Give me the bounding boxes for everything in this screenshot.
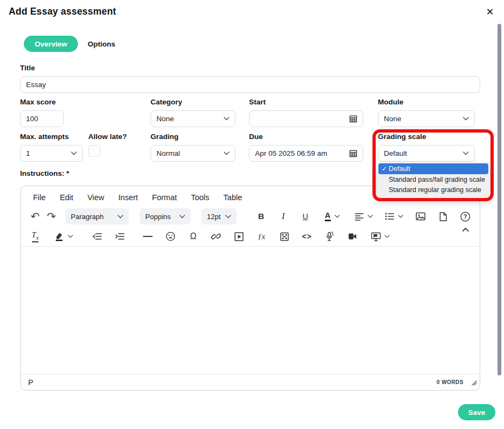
redo-icon[interactable]: ↷ bbox=[43, 208, 60, 225]
start-datetime-input[interactable] bbox=[249, 110, 363, 127]
modal-title: Add Essay assessment bbox=[9, 6, 116, 17]
grading-select[interactable]: Normal bbox=[150, 145, 235, 162]
title-label: Title bbox=[20, 64, 480, 73]
field-grading: Grading Normal bbox=[150, 133, 235, 162]
chevron-down-icon bbox=[179, 215, 185, 219]
help-icon[interactable]: ? bbox=[457, 208, 473, 225]
link-icon[interactable] bbox=[208, 228, 224, 245]
horizontal-rule-icon[interactable] bbox=[140, 228, 156, 245]
formula-icon[interactable]: ƒx bbox=[253, 228, 270, 245]
font-family-value: Poppins bbox=[145, 213, 171, 221]
module-select[interactable]: None bbox=[378, 110, 475, 127]
bold-icon[interactable]: B bbox=[253, 208, 269, 225]
menu-file[interactable]: File bbox=[26, 190, 53, 204]
menu-insert[interactable]: Insert bbox=[112, 190, 145, 204]
tab-bar: Overview Options bbox=[24, 36, 115, 52]
tab-overview[interactable]: Overview bbox=[24, 36, 78, 52]
close-icon[interactable]: ✕ bbox=[483, 5, 496, 18]
instructions-editor: File Edit View Insert Format Tools Table… bbox=[20, 186, 480, 391]
dropdown-option-passfail[interactable]: Standard pass/fail grading scale bbox=[377, 174, 490, 184]
menu-table[interactable]: Table bbox=[217, 190, 250, 204]
font-size-value: 12pt bbox=[207, 213, 220, 221]
chevron-down-icon bbox=[71, 151, 77, 155]
microphone-icon[interactable] bbox=[322, 228, 338, 245]
title-input[interactable] bbox=[20, 76, 480, 93]
source-code-icon[interactable]: <> bbox=[299, 228, 315, 245]
document-icon[interactable] bbox=[435, 208, 451, 225]
due-label: Due bbox=[249, 133, 363, 142]
dropdown-option-regular[interactable]: Standard regular grading scale bbox=[377, 184, 490, 195]
field-grading-scale: Grading scale Default bbox=[378, 133, 475, 162]
max-attempts-label: Max. attempts bbox=[20, 133, 83, 142]
paragraph-style-value: Paragraph bbox=[71, 213, 104, 221]
field-module: Module None bbox=[378, 98, 475, 127]
italic-icon[interactable]: I bbox=[275, 208, 291, 225]
category-label: Category bbox=[150, 98, 235, 107]
field-due: Due Apr 05 2025 06:59 am bbox=[249, 133, 363, 162]
grading-scale-select[interactable]: Default bbox=[378, 145, 475, 162]
emoji-icon[interactable] bbox=[162, 228, 179, 245]
field-start: Start bbox=[249, 98, 363, 127]
forecolor-glyph: A bbox=[325, 212, 330, 222]
highlight-color-icon[interactable] bbox=[50, 228, 77, 245]
word-count[interactable]: 0 WORDS bbox=[437, 379, 463, 385]
category-value: None bbox=[156, 115, 174, 123]
field-allow-late: Allow late? bbox=[88, 133, 138, 157]
menu-format[interactable]: Format bbox=[145, 190, 184, 204]
dropdown-option-default[interactable]: ✓ Default bbox=[378, 163, 488, 174]
check-icon: ✓ bbox=[382, 165, 387, 173]
allow-late-checkbox[interactable] bbox=[88, 145, 100, 157]
chevron-down-icon bbox=[368, 215, 373, 218]
calendar-icon[interactable] bbox=[349, 115, 357, 123]
remove-format-icon[interactable]: Tx bbox=[27, 228, 43, 245]
font-size-select[interactable]: 12pt bbox=[201, 208, 236, 225]
indent-icon[interactable] bbox=[112, 228, 128, 245]
vertical-scrollbar[interactable] bbox=[498, 24, 501, 375]
outdent-icon[interactable] bbox=[89, 228, 105, 245]
due-datetime-input[interactable]: Apr 05 2025 06:59 am bbox=[249, 145, 363, 162]
max-attempts-select[interactable]: 1 bbox=[20, 145, 83, 162]
italic-glyph: I bbox=[282, 212, 284, 221]
chevron-down-icon bbox=[224, 151, 230, 155]
menu-edit[interactable]: Edit bbox=[53, 190, 80, 204]
template-grid-icon[interactable] bbox=[276, 228, 292, 245]
paragraph-style-select[interactable]: Paragraph bbox=[66, 208, 129, 225]
max-score-input[interactable] bbox=[20, 110, 64, 127]
toolbar-collapse-chevron-icon[interactable] bbox=[462, 224, 469, 234]
grading-scale-value: Default bbox=[384, 149, 407, 157]
max-attempts-value: 1 bbox=[26, 149, 30, 157]
resize-handle-icon[interactable] bbox=[472, 378, 477, 388]
image-icon[interactable] bbox=[413, 208, 429, 225]
editor-toolbar-row1: ↶ ↷ Paragraph Poppins 12pt B I U bbox=[21, 206, 480, 227]
editor-content-area[interactable] bbox=[21, 247, 480, 374]
editor-toolbar-row2: Tx Ω bbox=[21, 227, 480, 247]
media-icon[interactable] bbox=[231, 228, 247, 245]
save-button[interactable]: Save bbox=[458, 404, 495, 420]
chevron-down-icon bbox=[335, 215, 340, 218]
tab-options[interactable]: Options bbox=[88, 40, 115, 48]
undo-glyph: ↶ bbox=[31, 210, 40, 223]
menu-tools[interactable]: Tools bbox=[184, 190, 217, 204]
instructions-label: Instructions: * bbox=[20, 169, 69, 177]
text-color-icon[interactable]: A bbox=[319, 208, 345, 225]
allow-late-label: Allow late? bbox=[88, 133, 138, 142]
category-select[interactable]: None bbox=[150, 110, 235, 127]
option-label: Standard pass/fail grading scale bbox=[389, 176, 485, 183]
calendar-icon[interactable] bbox=[349, 149, 357, 157]
chevron-down-icon bbox=[224, 117, 230, 121]
align-icon[interactable] bbox=[351, 208, 376, 225]
editor-statusbar: P 0 WORDS bbox=[21, 374, 480, 390]
field-max-attempts: Max. attempts 1 bbox=[20, 133, 83, 162]
menu-view[interactable]: View bbox=[80, 190, 111, 204]
add-assessment-modal: Add Essay assessment ✕ Overview Options … bbox=[0, 0, 504, 429]
screen-share-icon[interactable] bbox=[367, 228, 393, 245]
element-path[interactable]: P bbox=[28, 378, 33, 387]
chevron-down-icon bbox=[225, 215, 231, 219]
special-character-icon[interactable]: Ω bbox=[185, 228, 201, 245]
underline-icon[interactable]: U bbox=[297, 208, 313, 225]
undo-icon[interactable]: ↶ bbox=[27, 208, 43, 225]
grading-value: Normal bbox=[156, 149, 180, 157]
bullet-list-icon[interactable] bbox=[382, 208, 407, 225]
video-record-icon[interactable] bbox=[344, 228, 361, 245]
font-family-select[interactable]: Poppins bbox=[140, 208, 191, 225]
